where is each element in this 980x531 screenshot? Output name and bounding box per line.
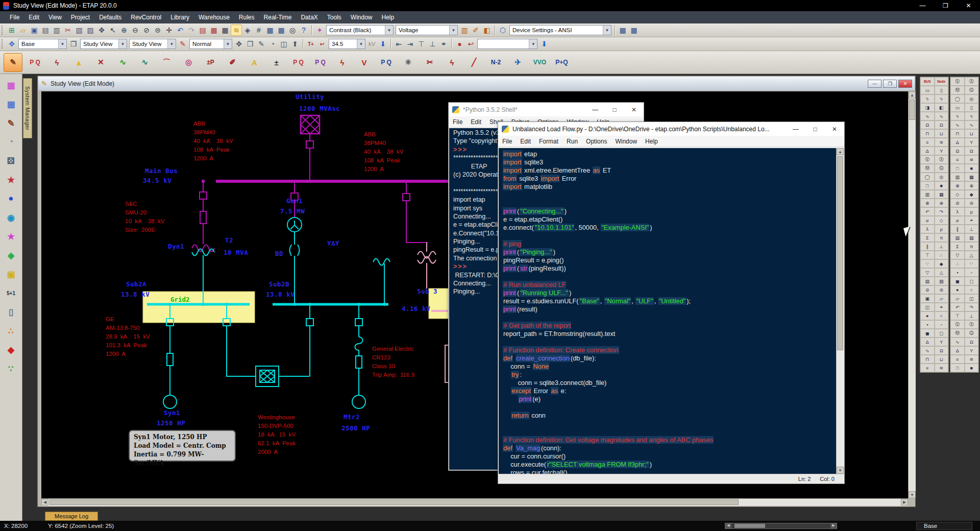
menu-library[interactable]: Library (166, 12, 194, 23)
element-button[interactable]: △ (935, 268, 949, 277)
element-button[interactable]: ⊜ (965, 199, 979, 207)
left-dock-icon[interactable]: ● (4, 191, 18, 206)
palette-tool-✈[interactable]: ✈ (508, 53, 527, 72)
editor-code-area[interactable]: import etapimport sqlite3import xml.etre… (499, 148, 844, 474)
menu-real-time[interactable]: Real-Time (259, 12, 297, 23)
toolbar-icon[interactable]: ⊖ (130, 25, 141, 36)
element-button[interactable]: λ (920, 225, 935, 233)
element-button[interactable]: ϟ (935, 94, 949, 103)
element-button[interactable]: Y (965, 138, 979, 147)
pen-icon[interactable]: ✎ (177, 38, 188, 50)
palette-tool-╱[interactable]: ╱ (464, 53, 483, 72)
element-button[interactable]: ◫ (920, 303, 935, 311)
element-button[interactable]: ◆ (965, 190, 979, 199)
editor-menu-window[interactable]: Window (611, 137, 641, 146)
palette-tool-a[interactable]: A (245, 53, 264, 72)
element-button[interactable]: □ (950, 164, 965, 173)
element-button[interactable]: ▯ (965, 103, 979, 112)
editor-scrollbar[interactable]: ▲ ▼ (836, 148, 844, 474)
element-button[interactable]: ◇ (950, 190, 965, 199)
element-button[interactable]: ◧ (935, 103, 949, 112)
element-button[interactable]: ∿ (950, 337, 965, 346)
element-button[interactable]: ⊓ (950, 129, 965, 138)
element-button[interactable]: ▦ (965, 173, 979, 181)
toolbar-grip[interactable] (2, 26, 5, 35)
revision-combo[interactable]: Base▼ (18, 39, 67, 49)
left-dock-icon[interactable]: ∵ (4, 361, 18, 376)
element-button[interactable]: ▧ (935, 277, 949, 285)
apply-down-icon[interactable]: ⬇ (538, 38, 550, 50)
element-button[interactable]: Y (965, 346, 979, 355)
palette-tool-pq[interactable]: P Q (289, 53, 308, 72)
element-button[interactable]: ≋ (965, 355, 979, 364)
element-button[interactable]: ◎ (965, 94, 979, 103)
element-button[interactable]: Ⓜ (920, 164, 935, 173)
element-button[interactable]: ↶ (920, 207, 935, 216)
shell-titlebar[interactable]: *Python 3.5.2 Shell* — □ ✕ (449, 103, 644, 116)
toolbar-grip[interactable] (2, 39, 5, 49)
element-button[interactable]: □ (950, 364, 965, 372)
element-button[interactable]: ▤ (950, 233, 965, 242)
menu-project[interactable]: Project (66, 12, 94, 23)
toolbar-icon[interactable]: ▧ (74, 25, 85, 36)
element-button[interactable]: Ⓖ (965, 86, 979, 94)
menu-revcontrol[interactable]: RevControl (126, 12, 166, 23)
element-button[interactable]: Σ (950, 242, 965, 251)
element-button[interactable]: ≋ (935, 364, 949, 372)
palette-tool-∿[interactable]: ∿ (113, 53, 132, 72)
toolbar-icon[interactable]: ▦ (208, 25, 219, 36)
element-button[interactable]: ⊔ (935, 129, 949, 138)
element-button[interactable]: ◯ (950, 94, 965, 103)
align-icon[interactable]: ⚭ (438, 38, 449, 50)
toolbar-icon[interactable]: ◔ (267, 38, 278, 50)
editor-close-button[interactable]: ✕ (825, 122, 844, 136)
restore-button[interactable]: ❒ (934, 0, 957, 11)
element-button[interactable]: Ω (935, 120, 949, 129)
palette-tool-▲[interactable]: ▲ (69, 53, 88, 72)
view-combo[interactable]: Study View▼ (129, 39, 176, 49)
element-button[interactable]: Ⓐ (965, 77, 979, 86)
element-button[interactable]: ∿ (950, 120, 965, 129)
vertical-scrollbar[interactable]: ▲ ▼ (908, 91, 916, 498)
toolbar-icon[interactable]: ✥ (233, 38, 244, 50)
left-dock-icon[interactable]: ▯ (4, 305, 18, 319)
toolbar-icon[interactable]: ▨ (85, 25, 96, 36)
element-button[interactable]: Δ (920, 147, 935, 155)
element-button[interactable]: ≋ (935, 138, 949, 147)
element-button[interactable]: △ (965, 251, 979, 259)
toolbar-icon[interactable]: ◎ (287, 25, 298, 36)
toolbar-icon[interactable]: ● (454, 38, 465, 50)
menu-rules[interactable]: Rules (234, 12, 259, 23)
element-button[interactable]: ● (920, 311, 935, 320)
menu-view[interactable]: View (44, 12, 66, 23)
left-dock-icon[interactable]: 5+1 (4, 286, 18, 300)
element-button[interactable]: ∿ (935, 112, 949, 120)
element-button[interactable]: ▱ (935, 294, 949, 303)
element-button[interactable]: ∴ (935, 251, 949, 259)
element-button[interactable]: ∿ (920, 112, 935, 120)
element-button[interactable]: π (935, 233, 949, 242)
filter-combo[interactable]: ▼ (477, 39, 537, 49)
left-dock-icon[interactable]: ★ (4, 229, 18, 244)
element-button[interactable]: ◆ (935, 259, 949, 268)
element-button[interactable]: ⊓ (920, 129, 935, 138)
element-button[interactable]: λ (950, 207, 965, 216)
element-button[interactable]: ∥ (920, 242, 935, 251)
element-button[interactable]: ▥ (920, 190, 935, 199)
left-dock-icon[interactable]: ◆ (4, 248, 18, 262)
element-button[interactable]: ● (950, 285, 965, 294)
shell-menu-edit[interactable]: Edit (467, 117, 485, 127)
color-tool-icon[interactable]: ◧ (481, 25, 493, 36)
element-button[interactable]: Ω (950, 147, 965, 155)
toolbar-icon[interactable]: ✎ (256, 38, 267, 50)
align-icon[interactable]: ⊥ (427, 38, 438, 50)
toolbar-icon[interactable]: ▦ (264, 25, 276, 36)
toolbar-icon[interactable]: ≋ (231, 25, 242, 36)
element-button[interactable]: Ⓥ (950, 320, 965, 329)
element-button[interactable]: ▯ (935, 86, 949, 94)
element-button[interactable]: π (965, 242, 979, 251)
kv-down-icon[interactable]: ⬇ (377, 38, 388, 50)
element-button[interactable]: ⚭ (935, 303, 949, 311)
palette-tool-n-2[interactable]: N-2 (486, 53, 505, 72)
element-button[interactable]: ∿ (920, 346, 935, 355)
